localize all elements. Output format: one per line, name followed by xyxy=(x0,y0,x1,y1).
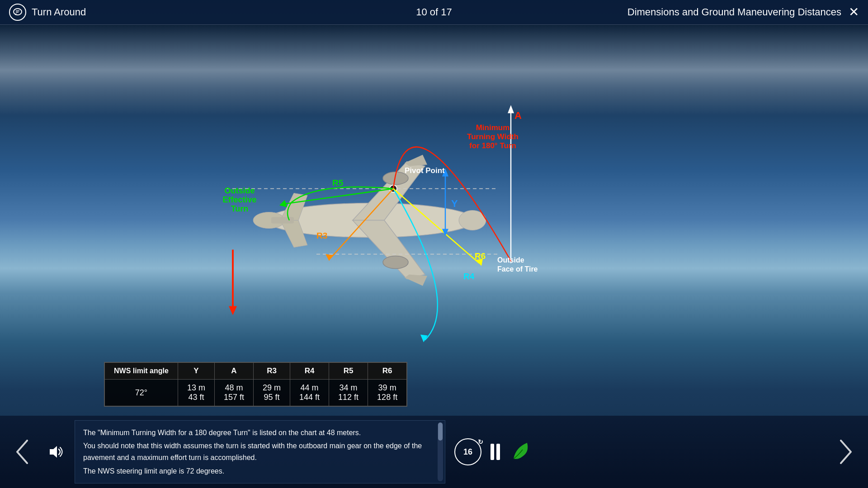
a-value: 48 m 157 ft xyxy=(214,380,253,407)
col-header-r6: R6 xyxy=(368,362,407,380)
svg-marker-20 xyxy=(279,200,287,207)
y-meters: 13 m xyxy=(187,383,205,392)
r5-feet: 112 ft xyxy=(338,393,359,402)
svg-marker-18 xyxy=(229,306,237,315)
r6-feet: 128 ft xyxy=(377,393,397,402)
header-subtitle: Dimensions and Ground Maneuvering Distan… xyxy=(627,6,841,18)
svg-text:Outside: Outside xyxy=(497,256,524,264)
text-content-3: The NWS steering limit angle is 72 degre… xyxy=(83,467,224,475)
svg-marker-13 xyxy=(508,105,514,113)
text-line-3: The NWS steering limit angle is 72 degre… xyxy=(83,465,437,477)
svg-text:Face of Tire: Face of Tire xyxy=(497,265,538,273)
text-scrollbar[interactable] xyxy=(438,422,443,481)
r5-value: 34 m 112 ft xyxy=(329,380,368,407)
header-counter: 10 of 17 xyxy=(416,6,452,18)
y-feet: 43 ft xyxy=(188,393,204,402)
y-value: 13 m 43 ft xyxy=(178,380,214,407)
col-header-r5: R5 xyxy=(329,362,368,380)
header-bar: Turn Around 10 of 17 Dimensions and Grou… xyxy=(0,0,868,25)
data-table: NWS limit angle Y A R3 R4 R5 R6 72° 13 m… xyxy=(104,362,407,407)
col-header-nws: NWS limit angle xyxy=(104,362,178,380)
svg-text:Pivot Point: Pivot Point xyxy=(405,166,445,175)
r4-feet: 144 ft xyxy=(299,393,320,402)
diagram-area: A Minimum Turning Width for 180° Turn R5… xyxy=(0,25,868,416)
r6-meters: 39 m xyxy=(378,383,396,392)
svg-text:Minimum: Minimum xyxy=(476,123,510,132)
narration-text: The "Minimum Turning Width for a 180 deg… xyxy=(75,420,445,483)
counter-circle[interactable]: 16 ↻ xyxy=(454,438,481,465)
scrollbar-thumb xyxy=(438,422,443,441)
header-right: Dimensions and Ground Maneuvering Distan… xyxy=(627,6,859,19)
svg-point-0 xyxy=(14,9,22,15)
header-left: Turn Around xyxy=(9,4,86,21)
pause-bar-right xyxy=(496,444,500,460)
data-table-container: NWS limit angle Y A R3 R4 R5 R6 72° 13 m… xyxy=(104,362,407,407)
text-content-2: You should note that this width assumes … xyxy=(83,442,422,461)
svg-text:R3: R3 xyxy=(316,231,327,240)
col-header-r3: R3 xyxy=(253,362,290,380)
svg-text:Turning Width: Turning Width xyxy=(467,132,519,141)
a-meters: 48 m xyxy=(225,383,243,392)
svg-marker-40 xyxy=(50,446,57,458)
counter-value: 16 xyxy=(463,447,472,457)
svg-text:Outside: Outside xyxy=(224,186,255,195)
pause-bar-left xyxy=(491,444,494,460)
green-leaf-icon xyxy=(509,438,536,465)
svg-text:Turn: Turn xyxy=(231,204,249,213)
page-title: Turn Around xyxy=(32,6,86,18)
r3-value: 29 m 95 ft xyxy=(253,380,290,407)
svg-text:Effective: Effective xyxy=(222,195,256,204)
r6-value: 39 m 128 ft xyxy=(368,380,407,407)
sound-button[interactable] xyxy=(45,442,66,462)
text-line-1: The "Minimum Turning Width for a 180 deg… xyxy=(83,427,437,439)
svg-point-8 xyxy=(383,256,408,269)
pause-button[interactable] xyxy=(491,444,500,460)
svg-rect-6 xyxy=(271,217,294,224)
diagram-svg: A Minimum Turning Width for 180° Turn R5… xyxy=(0,25,868,416)
text-line-2: You should note that this width assumes … xyxy=(83,440,437,463)
angle-value: 72° xyxy=(104,380,178,407)
counter-text: 10 of 17 xyxy=(416,6,452,18)
col-header-r4: R4 xyxy=(290,362,329,380)
col-header-y: Y xyxy=(178,362,214,380)
r5-meters: 34 m xyxy=(340,383,358,392)
svg-text:R6: R6 xyxy=(475,251,486,261)
a-label: A xyxy=(514,110,522,121)
svg-text:R4: R4 xyxy=(463,272,475,281)
chat-icon[interactable] xyxy=(9,4,26,21)
r3-feet: 95 ft xyxy=(264,393,279,402)
r4-meters: 44 m xyxy=(301,383,319,392)
r4-value: 44 m 144 ft xyxy=(290,380,329,407)
counter-refresh-icon: ↻ xyxy=(478,438,483,446)
next-button[interactable] xyxy=(832,436,859,468)
text-content-1: The "Minimum Turning Width for a 180 deg… xyxy=(83,429,361,436)
col-header-a: A xyxy=(214,362,253,380)
svg-text:R5: R5 xyxy=(332,178,344,188)
svg-text:for 180° Turn: for 180° Turn xyxy=(469,141,516,150)
svg-text:Y: Y xyxy=(451,198,458,209)
close-button[interactable]: ✕ xyxy=(849,6,859,19)
a-feet: 157 ft xyxy=(224,393,244,402)
r3-meters: 29 m xyxy=(263,383,281,392)
prev-button[interactable] xyxy=(9,436,36,468)
bottom-panel: The "Minimum Turning Width for a 180 deg… xyxy=(0,416,868,488)
